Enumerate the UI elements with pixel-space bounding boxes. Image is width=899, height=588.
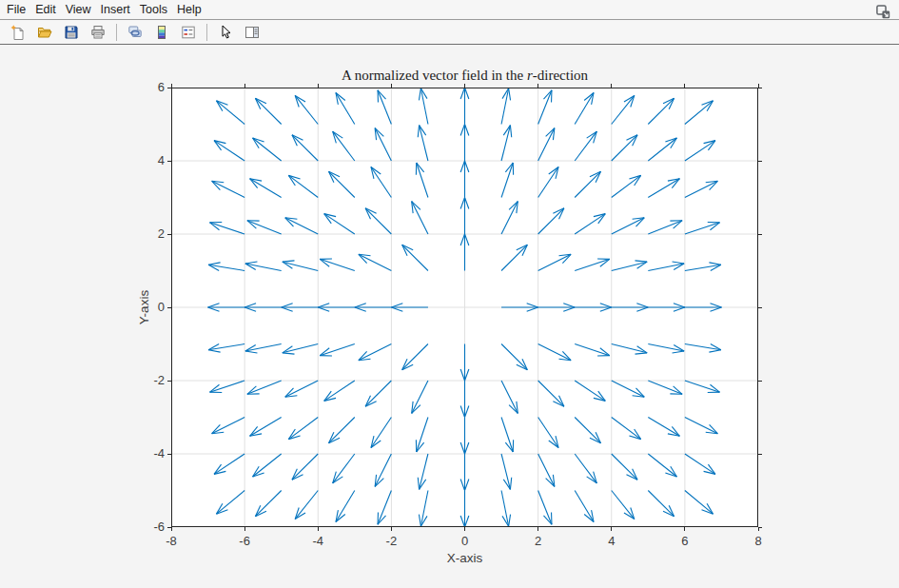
tick-mark	[391, 84, 392, 88]
tick-mark	[167, 88, 171, 88]
tick-mark	[758, 161, 762, 162]
insert-colorbar-button[interactable]	[149, 22, 174, 43]
tick-mark	[167, 234, 171, 235]
x-tick-label: 2	[518, 534, 559, 548]
open-in-new-window-icon	[875, 4, 891, 20]
tick-mark	[611, 527, 612, 531]
y-tick-label: -4	[127, 447, 165, 461]
link-plot-icon	[127, 25, 143, 40]
edit-plot-icon	[218, 25, 233, 40]
menu-item-view[interactable]: View	[61, 2, 96, 17]
y-tick-label: 6	[127, 81, 165, 94]
tick-mark	[464, 84, 465, 88]
y-tick-label: -2	[127, 374, 165, 387]
tick-mark	[684, 527, 685, 531]
menu-item-file[interactable]: File	[2, 2, 30, 17]
toolbar-separator	[116, 24, 117, 41]
tick-mark	[758, 381, 762, 382]
figure-canvas: A normalized vector field in the r-direc…	[0, 46, 899, 588]
y-tick-label: 0	[127, 301, 165, 314]
save-figure-button[interactable]	[59, 22, 84, 43]
menu-item-help[interactable]: Help	[172, 2, 206, 17]
tick-mark	[758, 454, 762, 455]
figure-window: FileEditViewInsertToolsHelp	[0, 0, 899, 588]
y-tick-label: -6	[127, 520, 165, 534]
tick-mark	[318, 527, 319, 531]
menu-item-insert[interactable]: Insert	[96, 2, 135, 17]
show-plot-tools-button[interactable]	[240, 22, 264, 43]
tick-mark	[758, 88, 762, 88]
tick-mark	[244, 84, 245, 88]
insert-legend-icon	[181, 25, 196, 40]
insert-legend-button[interactable]	[176, 22, 201, 43]
tick-mark	[167, 454, 171, 455]
tick-mark	[684, 84, 685, 88]
insert-colorbar-icon	[154, 25, 169, 40]
y-tick-label: 2	[127, 227, 165, 241]
x-tick-label: -6	[224, 534, 265, 548]
menu-item-edit[interactable]: Edit	[30, 2, 61, 17]
tick-mark	[244, 527, 245, 531]
tick-mark	[464, 527, 465, 531]
show-plot-tools-icon	[244, 25, 260, 40]
open-file-icon	[37, 25, 52, 40]
y-tick-label: 4	[127, 154, 165, 167]
x-tick-label: 0	[444, 534, 486, 548]
tick-mark	[167, 527, 171, 528]
menu-bar: FileEditViewInsertToolsHelp	[0, 0, 899, 20]
x-tick-label: -4	[297, 534, 339, 548]
tick-mark	[758, 527, 759, 531]
x-tick-label: -2	[370, 534, 412, 548]
tick-mark	[758, 307, 762, 308]
x-tick-label: 4	[591, 534, 633, 548]
open-file-button[interactable]	[32, 22, 57, 43]
x-tick-label: 8	[737, 534, 779, 548]
edit-plot-button[interactable]	[213, 22, 238, 43]
x-axis-label: X-axis	[171, 551, 758, 565]
tick-mark	[167, 307, 171, 308]
new-figure-icon	[10, 25, 26, 40]
tick-mark	[758, 527, 762, 528]
print-figure-icon	[90, 25, 106, 40]
print-figure-button[interactable]	[86, 22, 110, 43]
tick-mark	[611, 84, 612, 88]
tick-mark	[318, 84, 319, 88]
tick-mark	[537, 527, 538, 531]
menu-item-tools[interactable]: Tools	[135, 2, 172, 17]
link-plot-button[interactable]	[123, 22, 147, 43]
tick-mark	[391, 527, 392, 531]
figure-toolbar	[0, 21, 899, 45]
tick-mark	[537, 84, 538, 88]
tick-mark	[758, 234, 762, 235]
tick-mark	[167, 161, 171, 162]
toolbar-separator	[206, 24, 207, 41]
tick-mark	[167, 381, 171, 382]
plot-title: A normalized vector field in the r-direc…	[171, 68, 758, 84]
x-tick-label: 6	[664, 534, 706, 548]
new-figure-button[interactable]	[6, 22, 30, 43]
x-tick-label: -8	[150, 534, 192, 548]
save-figure-icon	[64, 25, 79, 40]
tick-mark	[171, 527, 172, 531]
plot-axes[interactable]	[171, 88, 758, 527]
open-in-new-window-button[interactable]	[873, 2, 892, 21]
